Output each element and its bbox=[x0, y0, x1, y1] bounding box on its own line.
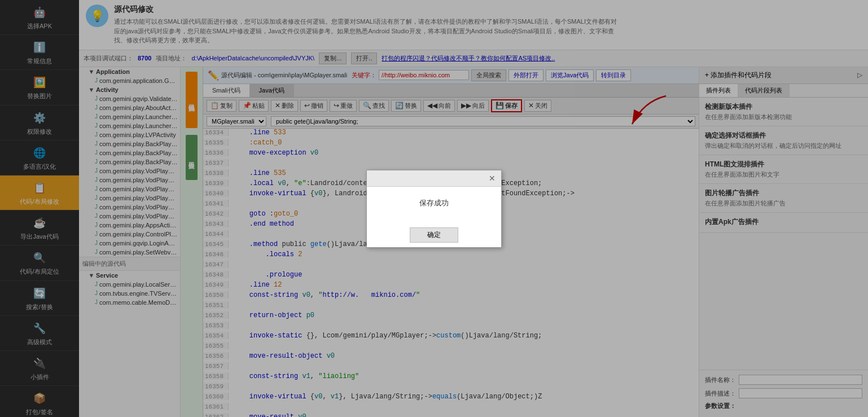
modal-message: 保存成功 bbox=[378, 198, 490, 208]
modal-close-button[interactable]: ✕ bbox=[489, 174, 496, 183]
modal-footer: 确定 bbox=[367, 223, 501, 247]
modal-overlay: ✕ 保存成功 确定 bbox=[0, 0, 868, 417]
modal-body: 保存成功 bbox=[367, 187, 501, 223]
modal-box: ✕ 保存成功 确定 bbox=[366, 170, 502, 248]
modal-header: ✕ bbox=[367, 170, 501, 187]
modal-ok-button[interactable]: 确定 bbox=[410, 227, 458, 243]
